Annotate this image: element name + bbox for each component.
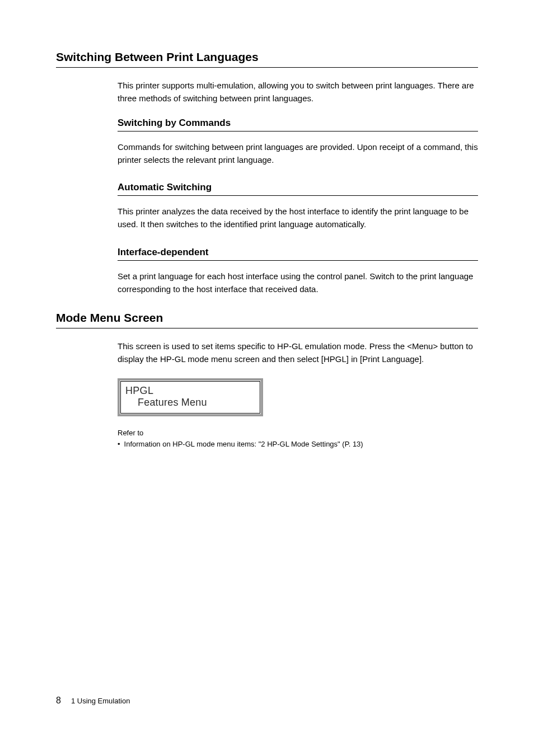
page-footer: 8 1 Using Emulation bbox=[56, 696, 130, 706]
interface-dependent-body: Set a print language for each host inter… bbox=[118, 270, 478, 296]
automatic-switching-body: This printer analyzes the data received … bbox=[118, 205, 478, 231]
document-page: Switching Between Print Languages This p… bbox=[0, 0, 534, 449]
subsection-automatic-switching: Automatic Switching This printer analyze… bbox=[118, 182, 478, 231]
refer-to-bullet: • Information on HP-GL mode menu items: … bbox=[118, 439, 478, 450]
bullet-icon: • bbox=[118, 439, 120, 450]
refer-to-text: Information on HP-GL mode menu items: "2… bbox=[124, 439, 363, 450]
footer-chapter-label: 1 Using Emulation bbox=[71, 697, 130, 705]
subheading-interface-dependent: Interface-dependent bbox=[118, 247, 478, 261]
page-number: 8 bbox=[56, 696, 61, 706]
section2-content: This screen is used to set items specifi… bbox=[118, 340, 478, 449]
switching-by-commands-body: Commands for switching between print lan… bbox=[118, 140, 478, 167]
lcd-line-1: HPGL bbox=[125, 385, 255, 397]
lcd-screen-inner: HPGL Features Menu bbox=[120, 381, 260, 414]
section2-intro-paragraph: This screen is used to set items specifi… bbox=[118, 340, 478, 366]
subheading-automatic-switching: Automatic Switching bbox=[118, 182, 478, 196]
subsection-switching-by-commands: Switching by Commands Commands for switc… bbox=[118, 118, 478, 167]
lcd-screen-illustration: HPGL Features Menu bbox=[118, 378, 263, 416]
section1-content: This printer supports multi-emulation, a… bbox=[118, 79, 478, 295]
refer-to-label: Refer to bbox=[118, 429, 478, 437]
heading-mode-menu-screen: Mode Menu Screen bbox=[56, 311, 478, 328]
section1-intro-paragraph: This printer supports multi-emulation, a… bbox=[118, 79, 478, 105]
subsection-interface-dependent: Interface-dependent Set a print language… bbox=[118, 247, 478, 296]
heading-switching-between-print-languages: Switching Between Print Languages bbox=[56, 50, 478, 68]
subheading-switching-by-commands: Switching by Commands bbox=[118, 118, 478, 132]
lcd-line-2: Features Menu bbox=[125, 397, 255, 408]
